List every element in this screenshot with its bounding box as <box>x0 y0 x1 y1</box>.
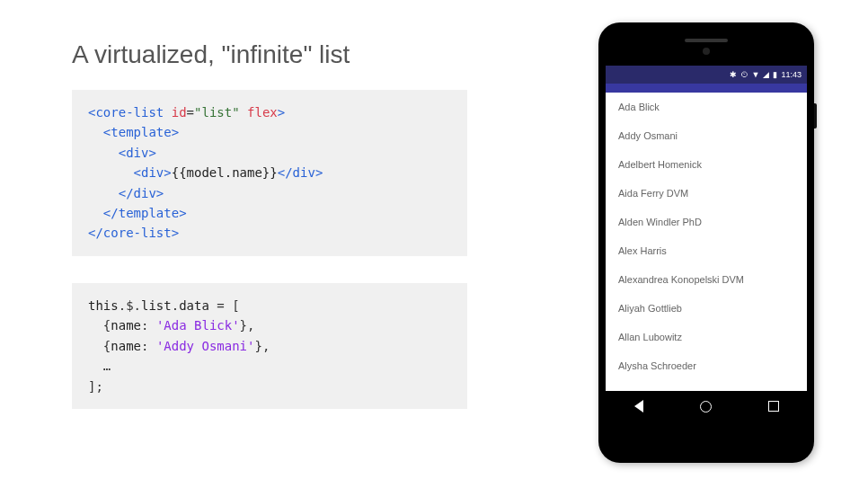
code-text: data <box>179 298 209 313</box>
app-bar <box>606 84 807 93</box>
status-bar: ✱ ⏲ ▼ ◢ ▮ 11:43 <box>606 66 807 84</box>
code-text: flex <box>240 105 278 120</box>
recent-button[interactable] <box>766 398 782 414</box>
list-item[interactable]: Alysha Schroeder <box>606 351 807 380</box>
code-text: name <box>111 318 141 333</box>
code-block-html: <core-list id="list" flex> <template> <d… <box>72 90 467 256</box>
list-item[interactable]: Alex Harris <box>606 236 807 265</box>
phone-screen: ✱ ⏲ ▼ ◢ ▮ 11:43 Ada Blick Addy Osmani Ad… <box>606 66 807 421</box>
android-nav-bar <box>606 391 807 421</box>
list-item[interactable]: Addy Osmani <box>606 121 807 150</box>
code-text: <div> <box>88 143 451 163</box>
code-text: <core-list <box>88 105 164 120</box>
back-icon <box>634 400 643 413</box>
code-text: : <box>141 318 156 333</box>
code-block-js: this.$.list.data = [ {name: 'Ada Blick'}… <box>72 283 467 409</box>
slide-title: A virtualized, "infinite" list <box>72 40 350 69</box>
code-text: <div> <box>88 165 172 180</box>
contact-list[interactable]: Ada Blick Addy Osmani Adelbert Homenick … <box>606 93 807 409</box>
recent-icon <box>768 401 779 412</box>
code-text: }, <box>254 339 270 353</box>
phone-power-button <box>814 103 817 129</box>
code-text: </template> <box>88 203 451 223</box>
battery-icon: ▮ <box>773 70 777 79</box>
home-button[interactable] <box>698 398 714 414</box>
list-item[interactable]: Allan Lubowitz <box>606 323 807 351</box>
code-text: { <box>88 339 111 353</box>
code-text: 'Ada Blick' <box>156 318 240 333</box>
signal-icon: ◢ <box>763 70 769 79</box>
code-text: ]; <box>88 377 451 396</box>
code-text: : <box>141 339 156 353</box>
code-text: .$. <box>119 298 141 313</box>
code-text: = <box>187 105 194 120</box>
code-text: </div> <box>278 165 323 180</box>
status-time: 11:43 <box>781 70 802 79</box>
code-text: > <box>278 105 285 120</box>
code-text: </core-list> <box>88 223 451 243</box>
list-item[interactable]: Ada Blick <box>606 93 807 121</box>
code-text: "list" <box>194 105 240 120</box>
code-text: = [ <box>209 298 240 313</box>
list-item[interactable]: Adelbert Homenick <box>606 150 807 179</box>
code-text: . <box>172 298 179 313</box>
code-text: … <box>88 356 451 376</box>
list-item[interactable]: Aida Ferry DVM <box>606 179 807 208</box>
code-text: }, <box>240 318 255 333</box>
code-text: this <box>88 298 119 313</box>
list-item[interactable]: Alden Windler PhD <box>606 208 807 236</box>
list-item[interactable]: Alexandrea Konopelski DVM <box>606 265 807 294</box>
code-text: name <box>111 339 141 353</box>
home-icon <box>700 401 712 413</box>
bluetooth-icon: ✱ <box>730 70 737 79</box>
code-text: {{model.name}} <box>172 165 278 180</box>
back-button[interactable] <box>631 398 647 414</box>
code-text: 'Addy Osmani' <box>156 339 255 353</box>
wifi-icon: ▼ <box>752 70 760 79</box>
code-text: </div> <box>88 183 451 203</box>
phone-mockup: ✱ ⏲ ▼ ◢ ▮ 11:43 Ada Blick Addy Osmani Ad… <box>598 22 814 463</box>
code-text: id <box>164 105 186 120</box>
code-text: { <box>88 318 111 333</box>
list-item[interactable]: Aliyah Gottlieb <box>606 294 807 323</box>
code-text: list <box>141 298 172 313</box>
code-text: <template> <box>88 122 451 142</box>
alarm-icon: ⏲ <box>740 70 748 79</box>
